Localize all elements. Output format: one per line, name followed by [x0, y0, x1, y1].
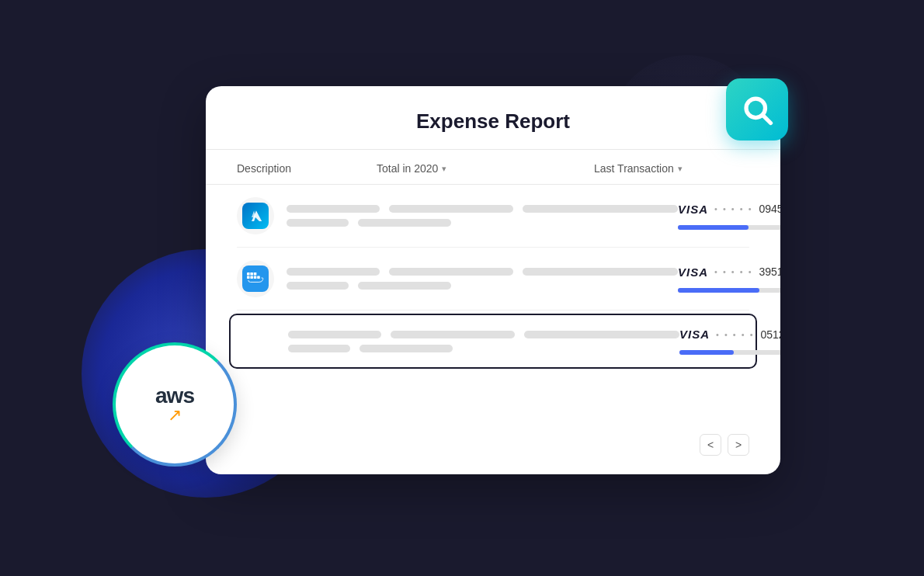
visa-number-1: 0945 [759, 203, 781, 215]
chevron-left-icon: < [707, 439, 714, 451]
col-total-button[interactable]: Total in 2020 ▾ [377, 162, 594, 175]
col-last-transaction-button[interactable]: Last Transaction ▾ [594, 162, 749, 175]
search-button[interactable] [726, 78, 788, 141]
skeleton-bar [389, 268, 513, 276]
svg-rect-6 [250, 276, 253, 279]
skeleton-bar [523, 268, 678, 276]
skeleton-bar [389, 205, 513, 213]
azure-icon [242, 203, 269, 229]
progress-bar-fill-2 [678, 288, 759, 293]
visa-info-3: VISA • • • • • 0512 [679, 328, 780, 355]
skeleton-bar [358, 219, 451, 227]
skeleton-bar [287, 219, 349, 227]
progress-bar-fill-1 [678, 225, 749, 230]
aws-arrow-icon: ↗ [168, 405, 182, 425]
last-transaction-chevron-icon: ▾ [678, 164, 683, 174]
expense-report-card: Expense Report Description Total in 2020… [206, 86, 780, 474]
pagination-next-button[interactable]: > [728, 434, 749, 456]
svg-rect-4 [254, 272, 257, 276]
report-title: Expense Report [237, 109, 749, 134]
visa-number-3: 0512 [761, 328, 781, 341]
skeleton-bar [524, 331, 679, 338]
progress-bar-bg-1 [678, 225, 780, 230]
skeleton-bar [391, 331, 515, 338]
skeleton-bar [288, 345, 350, 352]
azure-logo-icon [248, 208, 263, 224]
row-content-1 [287, 205, 678, 227]
col-description-label: Description [237, 162, 291, 175]
skeleton-bar [287, 282, 349, 290]
svg-rect-8 [257, 276, 260, 279]
pagination: < > [237, 425, 749, 459]
chevron-right-icon: > [735, 439, 742, 451]
skeleton-bar [287, 268, 380, 276]
svg-rect-3 [250, 272, 253, 276]
table-row[interactable]: VISA • • • • • 0945 [237, 185, 749, 248]
progress-bar-fill-3 [679, 350, 734, 355]
pagination-prev-button[interactable]: < [700, 434, 721, 456]
visa-label-3: VISA [679, 328, 710, 341]
skeleton-bar [287, 205, 380, 213]
docker-logo-icon [247, 272, 264, 285]
skeleton-bar [288, 331, 381, 338]
azure-icon-container [237, 197, 274, 234]
skeleton-bar [358, 282, 451, 290]
docker-icon [242, 265, 269, 292]
svg-rect-2 [247, 272, 250, 276]
main-scene: aws ↗ Expense Report Description Total i… [128, 55, 796, 521]
svg-rect-5 [247, 276, 250, 279]
svg-line-1 [763, 116, 771, 123]
visa-dots-3: • • • • • [716, 330, 754, 339]
visa-info-2: VISA • • • • • 3951 [678, 265, 780, 293]
visa-number-2: 3951 [759, 265, 781, 278]
visa-label-2: VISA [678, 265, 708, 279]
table-row[interactable]: VISA • • • • • 3951 [237, 248, 749, 311]
skeleton-bar [360, 345, 453, 352]
skeleton-bar [523, 205, 678, 213]
visa-dots-1: • • • • • [714, 204, 752, 213]
visa-label-1: VISA [678, 203, 708, 216]
table-row-selected[interactable]: VISA • • • • • 0512 [229, 314, 757, 369]
visa-dots-2: • • • • • [714, 267, 752, 276]
progress-bar-bg-2 [678, 288, 780, 293]
row-content-3 [288, 331, 679, 352]
progress-bar-bg-3 [679, 350, 780, 355]
aws-logo-badge: aws ↗ [113, 342, 237, 467]
docker-icon-container [237, 260, 274, 297]
search-icon [741, 93, 773, 126]
total-chevron-icon: ▾ [442, 164, 446, 174]
expense-table: VISA • • • • • 0945 [237, 185, 749, 425]
visa-info-1: VISA • • • • • 0945 [678, 203, 780, 230]
row-content-2 [287, 268, 678, 290]
column-headers: Description Total in 2020 ▾ Last Transac… [237, 150, 749, 184]
svg-rect-7 [254, 276, 257, 279]
